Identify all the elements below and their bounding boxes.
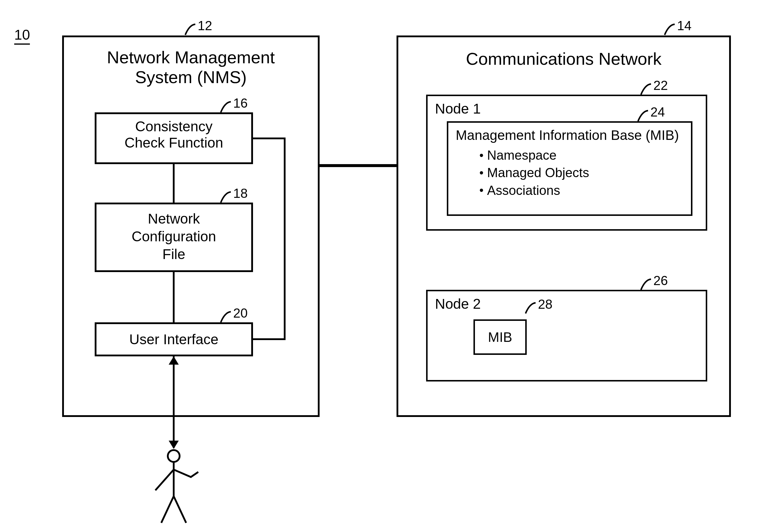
ref-num-16: 16 [233, 96, 248, 111]
nms-title: Network Management System (NMS) [62, 47, 319, 87]
connector-config-ui [173, 272, 175, 322]
ref-num-18: 18 [233, 186, 248, 201]
bus-h-bottom [253, 338, 285, 340]
nms-title-line2: System (NMS) [62, 67, 319, 87]
ref-tick-16 [219, 101, 232, 114]
config-line3: File [95, 245, 253, 263]
config-line1: Network [95, 210, 253, 228]
consistency-text: Consistency Check Function [95, 118, 253, 151]
person-icon [149, 449, 203, 526]
mib-bullet2: Managed Objects [487, 164, 589, 181]
network-title: Communications Network [397, 49, 731, 69]
consistency-line1: Consistency [95, 118, 253, 135]
diagram-canvas: 10 Network Management System (NMS) 12 Co… [0, 0, 767, 532]
mib-bullet3: Associations [487, 182, 560, 199]
ref-tick-20 [219, 311, 232, 324]
svg-line-5 [161, 496, 174, 523]
mib-bullets: •Namespace •Managed Objects •Association… [480, 146, 589, 199]
ref-tick-14 [663, 23, 676, 36]
ref-num-26: 26 [653, 273, 668, 288]
connector-ui-person [173, 356, 175, 448]
ref-num-12: 12 [198, 18, 212, 33]
bus-v [284, 138, 285, 340]
ref-num-24: 24 [650, 105, 665, 119]
ref-num-14: 14 [677, 18, 692, 33]
arrowhead-up [169, 356, 179, 366]
ref-tick-18 [219, 191, 232, 204]
svg-line-6 [174, 496, 186, 523]
bullet-dot: • [480, 184, 484, 196]
ui-text: User Interface [95, 331, 253, 347]
node1-label: Node 1 [435, 101, 481, 117]
ref-tick-24 [636, 109, 649, 122]
connector-consistency-config [173, 164, 175, 203]
nms-title-line1: Network Management [62, 47, 319, 67]
consistency-line2: Check Function [95, 135, 253, 151]
svg-marker-1 [169, 441, 179, 449]
network-title-text: Communications Network [466, 49, 662, 68]
ref-num-20: 20 [233, 306, 248, 321]
ref-tick-26 [639, 278, 652, 291]
config-line2: Configuration [95, 228, 253, 245]
bus-h-top [253, 138, 285, 139]
mib-title: Management Information Base (MIB) [456, 127, 687, 143]
mib2-label: MIB [474, 329, 527, 345]
ref-tick-22 [639, 83, 652, 96]
ui-label: User Interface [129, 332, 218, 347]
bullet-dot: • [480, 167, 484, 179]
svg-marker-0 [169, 356, 179, 365]
ref-tick-12 [183, 23, 196, 36]
svg-line-4 [155, 470, 174, 490]
ref-num-28: 28 [538, 297, 553, 312]
connector-nms-network [319, 164, 397, 167]
mib-bullet1: Namespace [487, 146, 557, 164]
figure-number: 10 [14, 27, 30, 45]
ref-num-22: 22 [653, 78, 668, 93]
ref-tick-28 [524, 302, 537, 315]
node2-label: Node 2 [435, 296, 481, 312]
config-text: Network Configuration File [95, 210, 253, 263]
svg-point-2 [168, 450, 180, 462]
bullet-dot: • [480, 149, 484, 161]
